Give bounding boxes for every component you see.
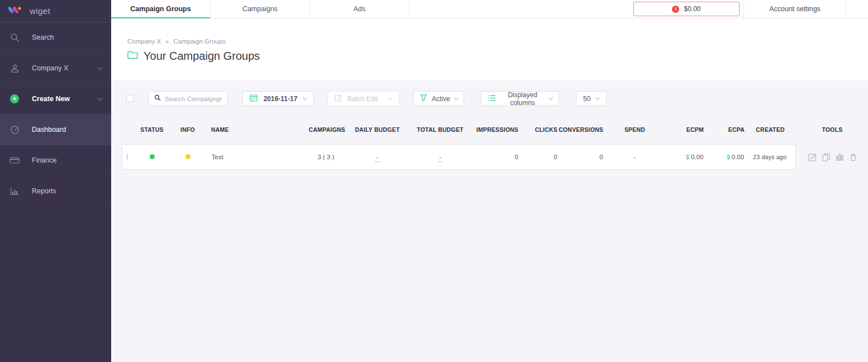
duplicate-icon[interactable]: [822, 153, 830, 161]
page-size-value: 50: [583, 95, 590, 103]
main-area: Campaign Groups Campaigns Ads ! $0.00 Ac…: [111, 0, 868, 362]
campaign-group-row[interactable]: Test 3 ( 3 ) - - 0: [122, 144, 796, 170]
breadcrumb-separator: »: [165, 38, 169, 45]
balance-button[interactable]: ! $0.00: [633, 2, 740, 16]
daily-budget-editable[interactable]: -: [375, 154, 380, 160]
alert-icon: !: [672, 6, 679, 13]
col-header-spend: SPEND: [603, 126, 666, 133]
row-campaigns: 3 ( 3 ): [306, 154, 345, 160]
sidebar-item-reports[interactable]: Reports: [0, 176, 111, 207]
page-header: Company X » Campaign Groups Your Campaig…: [111, 18, 868, 80]
chevron-down-icon: [98, 65, 103, 70]
breadcrumb-company[interactable]: Company X: [127, 38, 161, 45]
currency-symbol: $: [686, 154, 689, 160]
sidebar-item-company[interactable]: Company X: [0, 53, 111, 84]
ecpa-value: 0.00: [732, 154, 744, 160]
sidebar-item-label: Dashboard: [28, 126, 102, 134]
sidebar-item-label: Finance: [28, 156, 102, 164]
row-tools: [796, 153, 868, 161]
sidebar-item-dashboard[interactable]: Dashboard: [0, 115, 111, 145]
row-ecpm: $ 0.00: [666, 154, 703, 160]
app-root: wiget Search Company X + Create New: [0, 0, 868, 362]
stats-icon[interactable]: [836, 153, 844, 161]
tab-account-settings[interactable]: Account settings: [743, 0, 846, 18]
page-title: Your Campaign Groups: [144, 50, 260, 63]
chevron-down-icon: [454, 96, 458, 100]
col-header-status: STATUS: [140, 126, 164, 133]
batch-edit-button[interactable]: Batch Edit: [327, 91, 399, 106]
col-header-clicks: CLICKS: [518, 126, 557, 133]
balance-amount: $0.00: [684, 5, 700, 13]
sidebar-item-search[interactable]: Search: [0, 22, 111, 53]
search-icon: [9, 33, 20, 42]
col-header-name: NAME: [211, 126, 306, 133]
col-header-daily-budget: DAILY BUDGET: [345, 126, 409, 133]
breadcrumb-campaign-groups[interactable]: Campaign Groups: [174, 38, 226, 45]
campaign-groups-table: STATUS INFO NAME CAMPAIGNS DAILY BUDGET …: [122, 118, 868, 170]
edit-underline: [438, 160, 442, 162]
total-budget-value: -: [439, 154, 441, 160]
status-filter-button[interactable]: Active: [413, 91, 464, 106]
filter-funnel-icon: [420, 94, 427, 103]
folder-icon: [127, 51, 138, 61]
daily-budget-value: -: [376, 154, 379, 160]
total-budget-editable[interactable]: -: [438, 154, 442, 160]
sidebar-item-finance[interactable]: Finance: [0, 145, 111, 176]
select-all-checkbox[interactable]: [126, 95, 133, 102]
page-size-select[interactable]: 50: [576, 91, 607, 106]
gauge-icon: [9, 125, 20, 135]
sidebar: wiget Search Company X + Create New: [0, 0, 111, 362]
row-impressions: 0: [471, 154, 518, 160]
col-header-ecpm: ECPM: [666, 126, 704, 133]
search-field: [148, 91, 228, 106]
bar-chart-icon: [9, 187, 20, 196]
topbar-spacer: [409, 0, 633, 18]
edit-icon: [335, 94, 342, 103]
date-picker-button[interactable]: 2016-11-17: [242, 91, 314, 106]
brand-logo[interactable]: wiget: [0, 0, 111, 22]
sidebar-item-label: Company X: [28, 64, 90, 72]
col-header-tools: TOOLS: [796, 126, 868, 133]
col-header-campaigns: CAMPAIGNS: [306, 126, 345, 133]
wiget-logo-icon: [8, 6, 22, 17]
sidebar-item-label: Create New: [28, 95, 90, 103]
breadcrumb: Company X » Campaign Groups: [127, 38, 868, 45]
row-spend: -: [603, 154, 666, 160]
tab-ads[interactable]: Ads: [310, 0, 409, 18]
tab-campaign-groups[interactable]: Campaign Groups: [111, 0, 211, 18]
calendar-icon: [250, 94, 257, 103]
col-header-conversions: CONVERSIONS: [557, 126, 603, 133]
displayed-columns-label: Displayed columns: [500, 91, 545, 107]
search-input[interactable]: [165, 96, 222, 102]
row-created: 23 days ago: [744, 154, 795, 160]
row-ecpa: $ 0.00: [703, 154, 744, 160]
row-conversions: 0: [557, 154, 603, 160]
sidebar-item-label: Reports: [28, 187, 102, 195]
chevron-down-icon: [303, 96, 307, 100]
col-header-impressions: IMPRESSIONS: [471, 126, 518, 133]
displayed-columns-button[interactable]: Displayed columns: [481, 91, 559, 106]
topbar: Campaign Groups Campaigns Ads ! $0.00 Ac…: [111, 0, 868, 18]
edit-icon[interactable]: [808, 153, 817, 161]
ecpm-value: 0.00: [691, 154, 703, 160]
trash-icon[interactable]: [850, 153, 857, 161]
chevron-down-icon: [98, 96, 103, 101]
col-header-created: CREATED: [745, 126, 796, 133]
row-checkbox[interactable]: [127, 153, 128, 161]
table-header-row: STATUS INFO NAME CAMPAIGNS DAILY BUDGET …: [122, 118, 868, 141]
table-row: Test 3 ( 3 ) - - 0: [122, 144, 868, 170]
status-filter-label: Active: [432, 95, 450, 103]
tab-campaigns[interactable]: Campaigns: [211, 0, 310, 18]
credit-card-icon: [9, 156, 20, 164]
col-header-info: INFO: [164, 126, 211, 133]
search-icon: [154, 94, 161, 103]
chevron-down-icon: [388, 96, 393, 100]
row-name[interactable]: Test: [212, 154, 307, 160]
date-value: 2016-11-17: [263, 95, 298, 103]
sidebar-item-create-new[interactable]: + Create New: [0, 84, 111, 115]
brand-name: wiget: [30, 6, 50, 16]
chevron-down-icon: [549, 96, 553, 100]
batch-edit-label: Batch Edit: [347, 95, 384, 103]
currency-symbol: $: [727, 154, 730, 160]
col-header-ecpa: ECPA: [704, 126, 745, 133]
